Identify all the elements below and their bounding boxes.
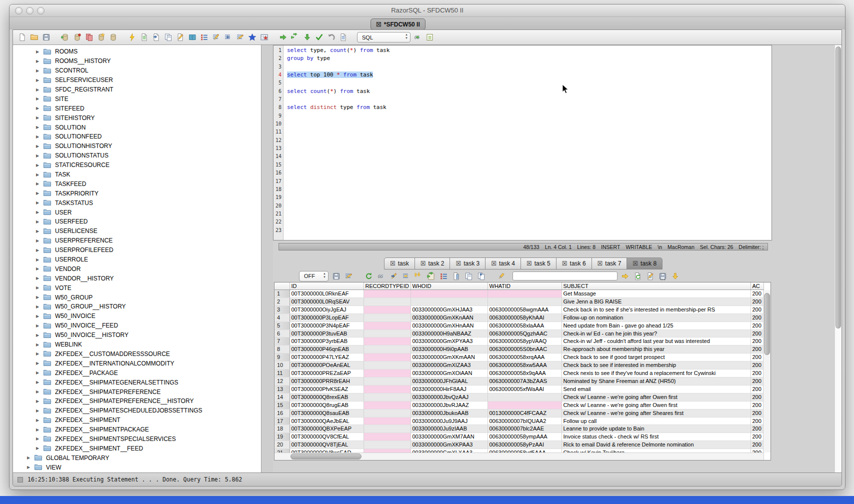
tree-scrollbar-thumb[interactable] <box>836 46 841 328</box>
sidebar-item-rooms[interactable]: ▶ROOMS <box>13 47 261 56</box>
bookmark-book-icon[interactable] <box>187 32 197 42</box>
row-number-cell[interactable]: 15 <box>274 401 290 409</box>
table-cell[interactable]: 00T3000000L0RknEAF <box>290 290 364 298</box>
table-cell[interactable]: Leanne to provide update to Bain <box>562 425 750 433</box>
sidebar-item-solution[interactable]: ▶SOLUTION <box>13 122 261 132</box>
result-tab-task-3[interactable]: ☒task 3 <box>450 258 486 270</box>
disclosure-triangle-icon[interactable]: ▶ <box>35 436 40 441</box>
swap-arrows-icon[interactable] <box>290 32 300 42</box>
table-cell[interactable]: 00T3000000PREZaEAP <box>290 370 364 378</box>
disclosure-triangle-icon[interactable]: ▶ <box>35 390 40 394</box>
sidebar-item-w50-invoice[interactable]: ▶W50_INVOICE <box>13 312 261 321</box>
table-cell[interactable]: Check back to see if good target prospec… <box>562 354 750 362</box>
disclosure-triangle-icon[interactable]: ▶ <box>35 408 40 413</box>
table-cell[interactable] <box>364 330 410 338</box>
row-number-cell[interactable]: 12 <box>274 377 290 385</box>
transpose-rows-icon[interactable] <box>476 271 486 281</box>
disclosure-triangle-icon[interactable]: ▶ <box>35 276 40 280</box>
disclosure-triangle-icon[interactable]: ▶ <box>35 134 40 139</box>
table-cell[interactable] <box>364 393 410 401</box>
new-connection-icon[interactable] <box>72 32 82 42</box>
page-layout-icon[interactable] <box>451 271 461 281</box>
copy-connection-icon[interactable] <box>84 32 94 42</box>
favorites-star-icon[interactable] <box>247 32 257 42</box>
minimize-window-button[interactable] <box>26 7 34 14</box>
row-limit-select[interactable]: OFF▲▼ <box>299 271 328 282</box>
table-cell[interactable]: Send email <box>562 385 750 393</box>
checklist-page-icon[interactable] <box>139 32 149 42</box>
table-cell[interactable]: 00T3000000Q8rexEAB <box>290 393 364 401</box>
row-number-cell[interactable]: 13 <box>274 385 290 393</box>
disclosure-triangle-icon[interactable]: ▶ <box>35 248 40 252</box>
table-cell[interactable] <box>488 290 562 298</box>
column-info-icon[interactable] <box>438 271 448 281</box>
close-tab-icon[interactable]: ☒ <box>598 260 603 266</box>
table-cell[interactable]: 0033000000Ju9J9AAJ <box>410 417 488 425</box>
disclosure-triangle-icon[interactable]: ▶ <box>35 258 40 262</box>
table-cell[interactable] <box>410 298 488 306</box>
sidebar-item-weblink[interactable]: ▶WEBLINK <box>13 340 261 350</box>
close-tab-icon[interactable]: ☒ <box>390 260 396 266</box>
execute-arrow-icon[interactable] <box>278 32 288 42</box>
table-cell[interactable]: 200 <box>750 441 764 449</box>
sidebar-item-selfserviceuser[interactable]: ▶SELFSERVICEUSER <box>13 76 261 85</box>
table-cell[interactable]: 200 <box>750 370 764 378</box>
column-header-id[interactable]: ID <box>290 282 364 290</box>
disclosure-triangle-icon[interactable]: ▶ <box>35 220 40 224</box>
result-tab-task-2[interactable]: ☒task 2 <box>414 258 450 270</box>
table-cell[interactable]: 200 <box>750 393 764 401</box>
table-cell[interactable]: 200 <box>750 306 764 314</box>
table-cell[interactable]: 00T3000000QAeJbEAL <box>290 417 364 425</box>
sql-editor[interactable]: 1234567891011121314151617181920212223 se… <box>273 45 772 240</box>
save-export-icon[interactable] <box>658 271 668 281</box>
sidebar-item-userprofilefeed[interactable]: ▶USERPROFILEFEED <box>13 246 261 255</box>
column-header-recordtypeid[interactable]: RECORDTYPEID <box>364 282 410 290</box>
sidebar-item-w50-group-history[interactable]: ▶W50_GROUP__HISTORY <box>13 302 261 312</box>
panel-splitter[interactable] <box>262 45 273 472</box>
table-cell[interactable]: 200 <box>750 417 764 425</box>
table-cell[interactable]: 200 <box>750 330 764 338</box>
table-cell[interactable]: 00T3000000QV8CfEAL <box>290 433 364 441</box>
zoom-window-button[interactable] <box>37 7 44 14</box>
table-cell[interactable]: Follow up call <box>562 417 750 425</box>
export-page-icon[interactable] <box>151 32 161 42</box>
row-number-cell[interactable]: 3 <box>274 306 290 314</box>
execute-lightning-icon[interactable] <box>127 32 137 42</box>
table-cell[interactable]: Check back in to see if she's interested… <box>562 306 750 314</box>
sidebar-item-taskstatus[interactable]: ▶TASKSTATUS <box>13 198 261 208</box>
document-tab[interactable]: ☒ *SFDCW50 II <box>370 18 426 30</box>
table-cell[interactable]: 00T3000000QBXPeEAP <box>290 425 364 433</box>
table-cell[interactable]: 200 <box>750 377 764 385</box>
table-cell[interactable]: 00T3000000P3tuvEAB <box>290 330 364 338</box>
table-cell[interactable]: 0033000000JbvQzAAJ <box>410 393 488 401</box>
disclosure-triangle-icon[interactable]: ▶ <box>26 465 31 470</box>
row-number-cell[interactable]: 5 <box>274 322 290 330</box>
disclosure-triangle-icon[interactable]: ▶ <box>35 380 40 384</box>
titlebar[interactable]: RazorSQL - SFDCW50 II <box>10 4 845 17</box>
row-number-cell[interactable]: 8 <box>274 346 290 354</box>
table-cell[interactable]: Check w/ Leanne - we're going after Shea… <box>562 409 750 417</box>
result-tab-task-6[interactable]: ☒task 6 <box>556 258 592 270</box>
table-cell[interactable] <box>364 417 410 425</box>
table-cell[interactable]: 0013000000C4fFCAAZ <box>488 409 562 417</box>
table-cell[interactable]: 00T3000000P3yrbEAB <box>290 338 364 346</box>
sidebar-item-view[interactable]: ▶VIEW <box>13 462 261 472</box>
sidebar-item-zkfedex-customaddresssource[interactable]: ▶ZKFEDEX__CUSTOMADDRESSSOURCE <box>13 350 261 359</box>
table-cell[interactable]: 00T3000000PRR8rEAH <box>290 377 364 385</box>
fetch-more-icon[interactable] <box>670 271 680 281</box>
table-cell[interactable]: 200 <box>750 346 764 354</box>
column-header-subject[interactable]: SUBJECT <box>562 282 750 290</box>
table-cell[interactable]: 006300000058ympAAA <box>488 433 562 441</box>
column-header-whoid[interactable]: WHOID <box>410 282 488 290</box>
table-cell[interactable]: 200 <box>750 385 764 393</box>
edit-results-icon[interactable] <box>645 271 655 281</box>
table-cell[interactable]: 0033000000GmXHJAA3 <box>410 306 488 314</box>
sidebar-item-site[interactable]: ▶SITE <box>13 94 261 104</box>
table-cell[interactable]: 0033000000GmXKnAAN <box>410 314 488 322</box>
table-cell[interactable]: Check-in w/ Ed - can he join this year? <box>562 330 750 338</box>
close-tab-icon[interactable]: ☒ <box>420 260 426 266</box>
close-tab-icon[interactable]: ☒ <box>526 260 532 266</box>
table-cell[interactable] <box>364 401 410 409</box>
disclosure-triangle-icon[interactable]: ▶ <box>35 200 40 205</box>
disclosure-triangle-icon[interactable]: ▶ <box>35 50 40 54</box>
